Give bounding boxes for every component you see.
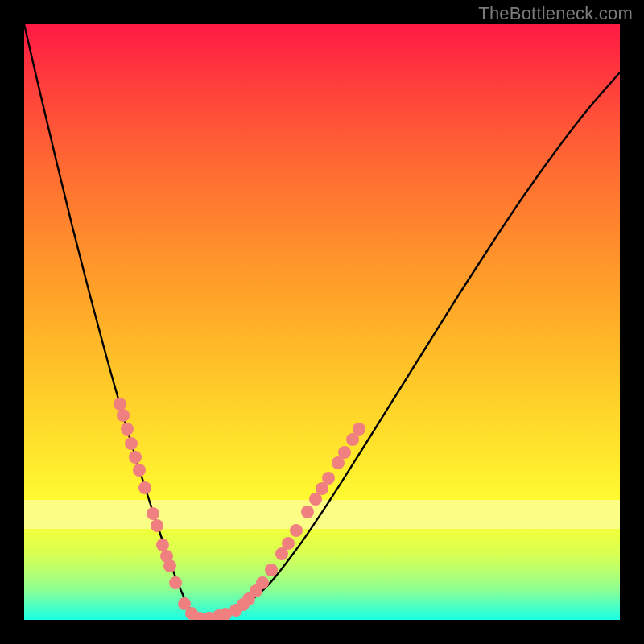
marker-dot xyxy=(129,451,142,464)
marker-dot xyxy=(169,576,182,589)
marker-dot xyxy=(163,559,176,572)
marker-dot xyxy=(117,409,130,422)
marker-group xyxy=(114,398,365,620)
marker-dot xyxy=(256,576,269,589)
marker-dot xyxy=(121,423,134,436)
marker-dot xyxy=(114,398,126,411)
marker-dot xyxy=(265,564,278,576)
chart-svg xyxy=(24,24,620,620)
marker-dot xyxy=(156,539,169,551)
marker-dot xyxy=(125,437,138,450)
marker-dot xyxy=(151,519,163,532)
marker-dot xyxy=(290,524,303,537)
marker-dot xyxy=(282,537,295,550)
marker-dot xyxy=(353,423,365,436)
plot-area xyxy=(24,24,620,620)
marker-dot xyxy=(138,481,151,494)
marker-dot xyxy=(147,507,159,520)
marker-dot xyxy=(133,464,146,477)
marker-dot xyxy=(338,446,351,459)
marker-dot xyxy=(301,506,314,518)
chart-frame: TheBottleneck.com xyxy=(0,0,644,644)
watermark-text: TheBottleneck.com xyxy=(478,3,633,24)
marker-dot xyxy=(322,472,335,485)
bottleneck-curve xyxy=(24,24,620,618)
